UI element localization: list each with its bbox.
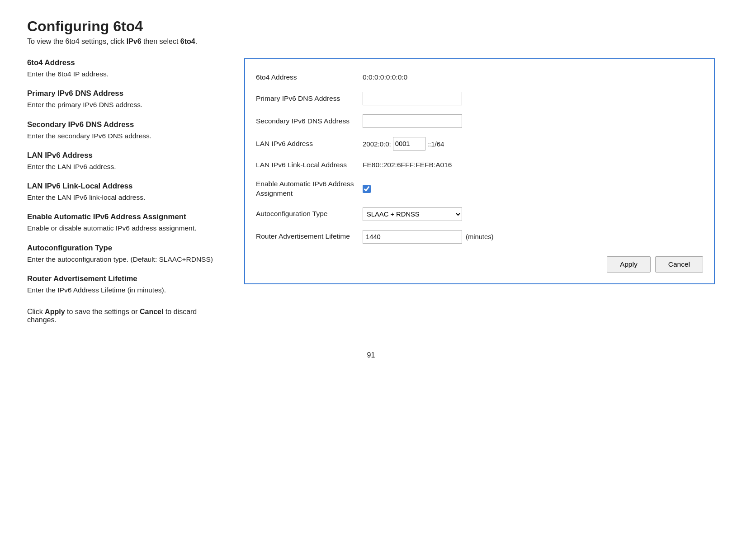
intro-6to4: 6to4 <box>180 38 195 45</box>
left-section-7: Router Advertisement Lifetime Enter the … <box>27 274 226 295</box>
section-title-7: Router Advertisement Lifetime <box>27 274 226 283</box>
router-lifetime-input[interactable] <box>363 230 462 244</box>
minutes-label: (minutes) <box>466 233 493 240</box>
left-section-0: 6to4 Address Enter the 6to4 IP address. <box>27 58 226 79</box>
section-desc-1: Enter the primary IPv6 DNS address. <box>27 99 226 110</box>
section-title-0: 6to4 Address <box>27 58 226 67</box>
section-title-5: Enable Automatic IPv6 Address Assignment <box>27 212 226 221</box>
left-section-5: Enable Automatic IPv6 Address Assignment… <box>27 212 226 233</box>
form-value-3[interactable]: 2002:0:0:::1/64 <box>363 137 703 151</box>
form-row-1: Primary IPv6 DNS Address <box>256 87 703 110</box>
form-row-7: Router Advertisement Lifetime(minutes) <box>256 226 703 248</box>
left-section-1: Primary IPv6 DNS Address Enter the prima… <box>27 89 226 110</box>
cancel-button[interactable]: Cancel <box>655 256 703 273</box>
click-note-cancel: Cancel <box>140 308 163 315</box>
form-label-4: LAN IPv6 Link-Local Address <box>256 160 355 170</box>
input-field-2[interactable] <box>363 114 462 128</box>
intro-end: . <box>195 38 197 45</box>
form-label-3: LAN IPv6 Address <box>256 139 355 149</box>
click-note-middle: to save the settings or <box>65 308 140 315</box>
intro-text: To view the 6to4 settings, click <box>27 38 127 45</box>
intro-paragraph: To view the 6to4 settings, click IPv6 th… <box>27 38 715 46</box>
form-row-2: Secondary IPv6 DNS Address <box>256 110 703 132</box>
right-column: 6to4 Address0:0:0:0:0:0:0:0Primary IPv6 … <box>244 58 715 284</box>
section-desc-4: Enter the LAN IPv6 link-local address. <box>27 192 226 202</box>
form-label-0: 6to4 Address <box>256 73 355 82</box>
section-title-2: Secondary IPv6 DNS Address <box>27 120 226 129</box>
form-row-0: 6to4 Address0:0:0:0:0:0:0:0 <box>256 67 703 87</box>
intro-ipv6: IPv6 <box>127 38 142 45</box>
intro-then: then select <box>142 38 180 45</box>
section-desc-0: Enter the 6to4 IP address. <box>27 69 226 79</box>
form-label-7: Router Advertisement Lifetime <box>256 232 355 241</box>
click-note: Click Apply to save the settings or Canc… <box>27 308 226 324</box>
left-column: 6to4 Address Enter the 6to4 IP address.P… <box>27 58 226 324</box>
form-row-4: LAN IPv6 Link-Local AddressFE80::202:6FF… <box>256 155 703 175</box>
form-row-3: LAN IPv6 Address2002:0:0:::1/64 <box>256 132 703 155</box>
form-row-5: Enable Automatic IPv6 Address Assignment <box>256 175 703 203</box>
section-desc-2: Enter the secondary IPv6 DNS address. <box>27 131 226 141</box>
form-value-4: FE80::202:6FFF:FEFB:A016 <box>363 161 703 169</box>
form-value-0: 0:0:0:0:0:0:0:0 <box>363 73 703 81</box>
form-label-5: Enable Automatic IPv6 Address Assignment <box>256 179 355 198</box>
form-row-6: Autoconfiguration TypeSLAAC + RDNSSSLAAC… <box>256 203 703 226</box>
lan-ipv6-row: 2002:0:0:::1/64 <box>363 137 703 151</box>
click-note-prefix: Click <box>27 308 45 315</box>
lan-suffix: ::1/64 <box>427 140 444 148</box>
apply-button[interactable]: Apply <box>607 256 651 273</box>
section-desc-5: Enable or disable automatic IPv6 address… <box>27 223 226 233</box>
section-desc-7: Enter the IPv6 Address Lifetime (in minu… <box>27 285 226 295</box>
left-section-3: LAN IPv6 Address Enter the LAN IPv6 addr… <box>27 151 226 172</box>
page-number: 91 <box>27 351 715 359</box>
form-value-5[interactable] <box>363 185 703 193</box>
section-desc-3: Enter the LAN IPv6 address. <box>27 161 226 172</box>
button-row: Apply Cancel <box>256 256 703 273</box>
checkbox-cell[interactable] <box>363 185 703 193</box>
router-lifetime-row: (minutes) <box>363 230 703 244</box>
auto-assign-checkbox[interactable] <box>363 185 371 193</box>
form-panel: 6to4 Address0:0:0:0:0:0:0:0Primary IPv6 … <box>244 58 715 284</box>
form-label-6: Autoconfiguration Type <box>256 209 355 219</box>
left-section-6: Autoconfiguration Type Enter the autocon… <box>27 244 226 264</box>
autoconfig-type-select[interactable]: SLAAC + RDNSSSLAACStateful DHCPv6 <box>363 207 462 221</box>
lan-prefix: 2002:0:0: <box>363 140 391 148</box>
form-label-1: Primary IPv6 DNS Address <box>256 94 355 104</box>
section-title-6: Autoconfiguration Type <box>27 244 226 253</box>
lan-ipv6-input[interactable] <box>393 137 425 151</box>
section-title-1: Primary IPv6 DNS Address <box>27 89 226 98</box>
page-title: Configuring 6to4 <box>27 18 715 35</box>
left-section-4: LAN IPv6 Link-Local Address Enter the LA… <box>27 182 226 202</box>
main-layout: 6to4 Address Enter the 6to4 IP address.P… <box>27 58 715 324</box>
form-label-2: Secondary IPv6 DNS Address <box>256 117 355 126</box>
form-value-6[interactable]: SLAAC + RDNSSSLAACStateful DHCPv6 <box>363 207 703 221</box>
left-section-2: Secondary IPv6 DNS Address Enter the sec… <box>27 120 226 141</box>
form-value-2[interactable] <box>363 114 703 128</box>
input-field-1[interactable] <box>363 92 462 105</box>
section-title-4: LAN IPv6 Link-Local Address <box>27 182 226 191</box>
section-desc-6: Enter the autoconfiguration type. (Defau… <box>27 254 226 264</box>
section-title-3: LAN IPv6 Address <box>27 151 226 160</box>
form-value-1[interactable] <box>363 92 703 105</box>
click-note-apply: Apply <box>45 308 65 315</box>
form-value-7[interactable]: (minutes) <box>363 230 703 244</box>
